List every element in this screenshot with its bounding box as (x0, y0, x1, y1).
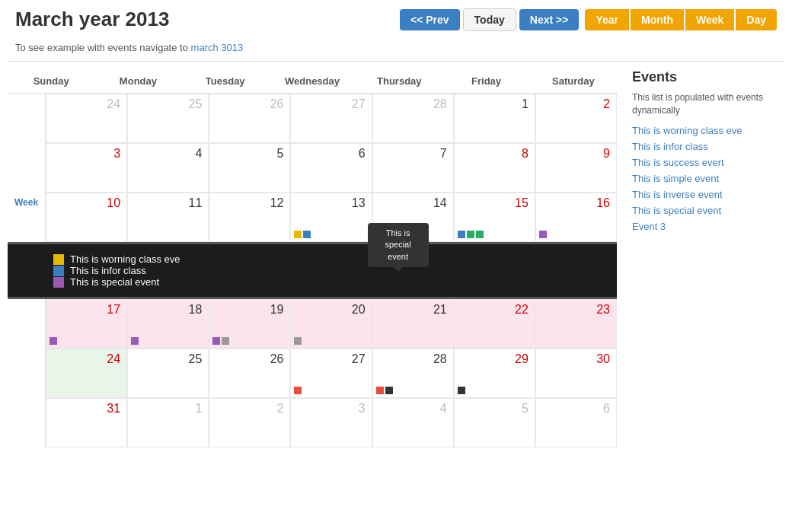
day-header-thu: Thursday (356, 69, 442, 94)
today-button[interactable]: Today (463, 8, 516, 31)
day-num: 4 (376, 402, 450, 416)
day-cell-15[interactable]: 15 (454, 193, 535, 242)
day-cell-24[interactable]: 24 (46, 349, 127, 398)
dot-gray[interactable] (294, 337, 302, 345)
dot-black[interactable] (458, 387, 465, 394)
week-row-1: 24 25 26 27 28 1 2 (8, 94, 617, 143)
day-cell[interactable]: 2 (209, 398, 290, 448)
dot-red[interactable] (294, 387, 302, 394)
view-week-button[interactable]: Week (685, 9, 734, 30)
day-num: 11 (131, 196, 205, 210)
event-link-2[interactable]: This is infor class (632, 141, 784, 152)
dot-blue[interactable] (385, 231, 393, 238)
legend-item-2: This is infor class (53, 265, 571, 276)
day-cell[interactable]: 8 (454, 143, 535, 193)
day-num: 10 (50, 196, 123, 210)
day-cell[interactable]: 4 (127, 143, 209, 193)
week-row-3: Week 10 11 12 13 (8, 193, 617, 242)
day-cell-13[interactable]: 13 (290, 193, 372, 242)
events-subtitle: This list is populated with events dynam… (632, 91, 784, 117)
day-cell[interactable]: 7 (372, 143, 454, 193)
day-cell-14[interactable]: 14 This is special event (372, 193, 454, 242)
day-cell[interactable]: 1 (127, 398, 209, 448)
day-cell[interactable]: 1 (454, 94, 535, 143)
view-day-button[interactable]: Day (736, 9, 777, 30)
days-grid-3: 10 11 12 13 (46, 193, 617, 242)
day-header-sun: Sunday (8, 69, 94, 94)
subtitle-link[interactable]: march 3013 (191, 42, 244, 53)
dot-green[interactable] (467, 231, 474, 238)
day-cell[interactable]: 3 (290, 398, 372, 448)
day-cell[interactable]: 27 (290, 94, 372, 143)
dot-purple[interactable] (131, 337, 139, 345)
dot-black[interactable] (385, 387, 393, 394)
calendar-area: Sunday Monday Tuesday Wednesday Thursday… (8, 69, 617, 448)
day-cell-18[interactable]: 18 (127, 299, 209, 349)
event-link-6[interactable]: This is special event (632, 205, 784, 216)
dot-red[interactable] (376, 387, 384, 394)
day-cell-30[interactable]: 30 (535, 349, 617, 398)
dot-purple[interactable] (50, 337, 57, 345)
day-cell-17[interactable]: 17 (46, 299, 127, 349)
day-num: 22 (458, 303, 532, 317)
dot-blue[interactable] (303, 231, 311, 238)
dot-gray[interactable] (222, 337, 229, 345)
event-link-3[interactable]: This is success evert (632, 157, 784, 168)
dot-yellow[interactable] (376, 231, 384, 238)
day-cell-16[interactable]: 16 (535, 193, 617, 242)
event-dots-15 (458, 231, 484, 238)
week-label-6 (8, 398, 46, 448)
view-year-button[interactable]: Year (585, 9, 629, 30)
day-cell-29[interactable]: 29 (454, 349, 535, 398)
day-cell[interactable]: 3 (46, 143, 127, 193)
day-cell-27[interactable]: 27 (290, 349, 372, 398)
day-cell-10[interactable]: 10 (46, 193, 127, 242)
next-button[interactable]: Next >> (519, 9, 580, 30)
day-cell[interactable]: 4 (372, 398, 454, 448)
day-num: 7 (376, 147, 450, 161)
day-cell[interactable]: 2 (535, 94, 617, 143)
legend-label-2: This is infor class (70, 265, 146, 276)
event-link-7[interactable]: Event 3 (632, 221, 784, 232)
dot-purple[interactable] (212, 337, 220, 345)
day-num: 30 (539, 352, 613, 366)
day-cell-21[interactable]: 21 (372, 299, 454, 349)
day-num: 26 (212, 97, 286, 111)
events-sidebar: Events This list is populated with event… (632, 69, 784, 448)
day-cell-12[interactable]: 12 (209, 193, 290, 242)
day-cell-28[interactable]: 28 (372, 349, 454, 398)
dot-yellow[interactable] (294, 231, 302, 238)
day-num: 1 (458, 97, 532, 111)
day-num: 1 (131, 402, 205, 416)
day-cell[interactable]: 26 (209, 94, 290, 143)
view-month-button[interactable]: Month (631, 9, 684, 30)
dot-purple[interactable] (539, 231, 547, 238)
event-link-4[interactable]: This is simple event (632, 173, 784, 184)
day-cell-23[interactable]: 23 (535, 299, 617, 349)
day-cell[interactable]: 6 (535, 398, 617, 448)
day-cell[interactable]: 24 (46, 94, 127, 143)
event-link-5[interactable]: This is inverse event (632, 189, 784, 200)
day-cell-25[interactable]: 25 (127, 349, 209, 398)
subtitle-text: To see example with events navigate to (15, 42, 188, 53)
day-cell[interactable]: 25 (127, 94, 209, 143)
day-cell[interactable]: 5 (209, 143, 290, 193)
day-cell-20[interactable]: 20 (290, 299, 372, 349)
day-num: 31 (50, 402, 123, 416)
day-cell[interactable]: 6 (290, 143, 372, 193)
dot-blue[interactable] (458, 231, 465, 238)
event-link-1[interactable]: This is worning class eve (632, 125, 784, 136)
day-cell[interactable]: 9 (535, 143, 617, 193)
day-header-wed: Wednesday (269, 69, 356, 94)
dot-purple[interactable]: This is special event (394, 231, 402, 238)
day-cell-22[interactable]: 22 (454, 299, 535, 349)
day-cell[interactable]: 28 (372, 94, 454, 143)
prev-button[interactable]: << Prev (400, 9, 460, 30)
day-cell-19[interactable]: 19 (209, 299, 290, 349)
dot-green2[interactable] (476, 231, 484, 238)
day-cell-31[interactable]: 31 (46, 398, 127, 448)
day-cell[interactable]: 5 (454, 398, 535, 448)
day-cell-11[interactable]: 11 (127, 193, 209, 242)
event-dots-13 (294, 231, 311, 238)
day-cell-26[interactable]: 26 (209, 349, 290, 398)
